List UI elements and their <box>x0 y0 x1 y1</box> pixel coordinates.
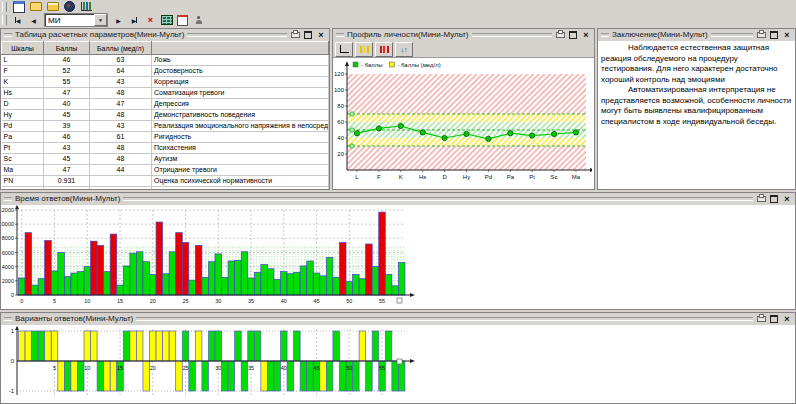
table-row[interactable]: Pd3943Реализация эмоционального напряжен… <box>2 121 329 132</box>
answer-bar-no <box>176 361 183 391</box>
close-icon[interactable]: × <box>316 30 326 40</box>
chart-icon <box>81 2 92 11</box>
svg-text:Sc: Sc <box>551 174 558 180</box>
time-bar <box>123 266 130 295</box>
svg-text:25: 25 <box>182 298 188 304</box>
record-combobox-value: МИ <box>45 16 94 25</box>
table-row[interactable]: Pt4348Психастения <box>2 143 329 154</box>
conclusion-paragraph: Наблюдается естественная защитная реакци… <box>601 43 792 85</box>
parameters-panel: Таблица расчетных параметров(Мини-Мульт)… <box>0 28 330 190</box>
time-bar <box>130 253 137 295</box>
maximize-icon[interactable] <box>568 30 578 40</box>
archive-button[interactable] <box>45 1 60 12</box>
svg-text:55: 55 <box>379 365 385 371</box>
answer-bar-yes <box>294 331 301 361</box>
svg-text:10000: 10000 <box>1 221 14 227</box>
delete-record-button[interactable]: × <box>143 14 158 26</box>
table-row[interactable]: D4047Депрессия <box>2 99 329 110</box>
next-record-button[interactable]: ▶ <box>111 14 126 26</box>
chart-button[interactable] <box>79 1 94 12</box>
table-row[interactable]: Ma4744Отрицание тревоги <box>2 165 329 176</box>
time-bar <box>143 262 150 295</box>
profile-panel-title: Профиль личности(Мини-Мульт) <box>347 31 469 39</box>
maximize-icon[interactable] <box>769 194 779 204</box>
window-icon <box>13 1 25 13</box>
column-header[interactable]: Баллы <box>44 42 90 55</box>
toolbar-grip[interactable] <box>2 2 7 12</box>
table-row[interactable]: PN0.931Оценка психической нормативности <box>2 176 329 187</box>
parameters-table-wrap: ШкалыБаллыБаллы (мед/л) L4663ЛожьF5264До… <box>1 41 329 189</box>
toolbar-grip[interactable] <box>2 15 7 25</box>
table-row[interactable]: K5543Коррекция <box>2 77 329 88</box>
parameters-panel-titlebar: Таблица расчетных параметров(Мини-Мульт)… <box>1 29 329 41</box>
chart-type-line-button[interactable] <box>335 42 353 57</box>
first-record-button[interactable]: ◀ <box>10 14 25 26</box>
conclusion-panel-titlebar: Заключение(Мини-Мульт) × <box>598 29 795 41</box>
close-icon[interactable]: × <box>782 314 792 324</box>
time-bar <box>235 260 242 295</box>
print-icon[interactable] <box>756 314 766 324</box>
person-icon <box>195 16 203 24</box>
time-bar <box>287 274 294 295</box>
answer-bar-no <box>287 361 294 391</box>
answer-bar-no <box>104 361 111 391</box>
time-bar <box>38 279 45 295</box>
globe-button[interactable] <box>62 1 77 12</box>
first-record-icon <box>15 17 16 23</box>
svg-text:50: 50 <box>346 298 352 304</box>
open-button[interactable] <box>28 1 43 12</box>
svg-text:120: 120 <box>334 71 345 77</box>
column-header[interactable]: Баллы (мед/л) <box>90 42 152 55</box>
chevron-down-icon[interactable]: ▼ <box>94 14 107 26</box>
answer-bar-yes <box>163 331 170 361</box>
report-view-button[interactable] <box>175 15 190 26</box>
table-row[interactable]: Hs4748Соматизация тревоги <box>2 88 329 99</box>
main-panels-row: Таблица расчетных параметров(Мини-Мульт)… <box>0 28 796 190</box>
table-empty-area <box>2 187 329 190</box>
answer-bar-yes <box>156 331 163 361</box>
print-icon[interactable] <box>290 30 300 40</box>
table-view-button[interactable] <box>159 15 174 26</box>
answer-bar-no <box>398 361 405 391</box>
answer-bar-no <box>64 361 71 391</box>
column-header[interactable]: Шкалы <box>2 42 44 55</box>
answer-bar-no <box>392 361 399 391</box>
close-icon[interactable]: × <box>782 194 792 204</box>
column-header[interactable] <box>152 42 329 55</box>
answer-bar-yes <box>91 331 98 361</box>
time-bar-slow <box>195 245 202 295</box>
parameters-table-header: ШкалыБаллыБаллы (мед/л) <box>2 42 329 55</box>
client-card-button[interactable] <box>191 15 206 26</box>
chart-type-bars-yellow-button[interactable] <box>355 42 373 57</box>
table-row[interactable]: F5264Достоверность <box>2 66 329 77</box>
chart-type-bars-red-button[interactable] <box>375 42 393 57</box>
time-bar <box>326 257 333 295</box>
maximize-icon[interactable] <box>303 30 313 40</box>
answer-options-chart-svg: -101510152025303540455055 <box>1 325 793 403</box>
new-window-button[interactable] <box>11 1 26 12</box>
print-icon[interactable] <box>756 30 766 40</box>
table-icon <box>161 15 173 25</box>
answer-bar-yes <box>372 331 379 361</box>
time-bar-slow <box>156 222 163 295</box>
response-time-chart-area: 0200040006000800010000120000510152025303… <box>1 205 795 309</box>
profile-data-point <box>420 130 425 135</box>
print-icon[interactable] <box>555 30 565 40</box>
maximize-icon[interactable] <box>769 30 779 40</box>
prev-record-button[interactable]: ◀ <box>26 14 41 26</box>
time-bar <box>228 261 235 295</box>
svg-text:10: 10 <box>84 365 90 371</box>
time-bar <box>222 277 229 295</box>
last-record-button[interactable]: ▶ <box>127 14 142 26</box>
sort-button[interactable]: ↓↑ <box>395 42 413 57</box>
table-row[interactable]: Hy4548Демонстративность поведения <box>2 110 329 121</box>
table-row[interactable]: Pa4661Ригидность <box>2 132 329 143</box>
time-bar <box>281 272 288 295</box>
close-icon[interactable]: × <box>581 30 591 40</box>
maximize-icon[interactable] <box>769 314 779 324</box>
table-row[interactable]: Sc4548Аутизм <box>2 154 329 165</box>
table-row[interactable]: L4663Ложь <box>2 55 329 66</box>
record-combobox[interactable]: МИ ▼ <box>44 13 108 27</box>
print-icon[interactable] <box>756 194 766 204</box>
close-icon[interactable]: × <box>782 30 792 40</box>
